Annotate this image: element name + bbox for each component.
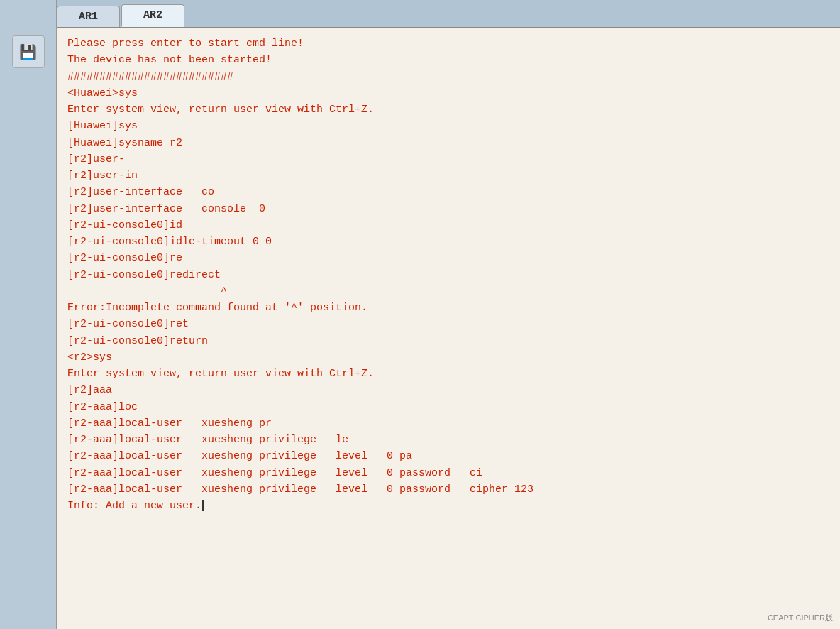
terminal-cursor: [202, 500, 204, 511]
terminal-area[interactable]: Please press enter to start cmd line!The…: [57, 28, 840, 629]
terminal-line-15: ^: [67, 283, 829, 300]
terminal-line-2: ##########################: [67, 69, 829, 85]
terminal-line-10: [r2]user-interface console 0: [67, 201, 829, 217]
terminal-line-28: [r2-aaa]local-user xuesheng privilege le…: [67, 481, 829, 498]
terminal-line-7: [r2]user-: [67, 151, 829, 168]
sidebar: 💾: [0, 0, 57, 629]
terminal-line-25: [r2-aaa]local-user xuesheng privilege le: [67, 432, 829, 448]
terminal-line-0: Please press enter to start cmd line!: [67, 35, 829, 52]
terminal-line-13: [r2-ui-console0]re: [67, 250, 829, 266]
terminal-line-29: Info: Add a new user.: [67, 498, 829, 514]
terminal-line-9: [r2]user-interface co: [67, 184, 829, 200]
terminal-line-23: [r2-aaa]loc: [67, 399, 829, 415]
tab-ar1[interactable]: AR1: [57, 6, 120, 27]
terminal-line-1: The device has not been started!: [67, 52, 829, 68]
terminal-line-17: Error:Incomplete command found at '^' po…: [67, 300, 829, 316]
terminal-line-5: [Huawei]sys: [67, 118, 829, 134]
watermark: CEAPT CIPHER版: [768, 613, 833, 623]
terminal-line-3: <Huawei>sys: [67, 85, 829, 102]
save-icon[interactable]: 💾: [12, 35, 45, 68]
terminal-line-21: Enter system view, return user view with…: [67, 366, 829, 382]
terminal-content: Please press enter to start cmd line!The…: [67, 35, 829, 514]
terminal-line-24: [r2-aaa]local-user xuesheng pr: [67, 415, 829, 432]
terminal-line-11: [r2-ui-console0]id: [67, 217, 829, 234]
tab-bar: AR1AR2: [0, 0, 840, 28]
tab-ar2[interactable]: AR2: [121, 4, 184, 27]
terminal-line-26: [r2-aaa]local-user xuesheng privilege le…: [67, 448, 829, 464]
terminal-line-19: [r2-ui-console0]return: [67, 333, 829, 349]
terminal-line-18: [r2-ui-console0]ret: [67, 316, 829, 332]
terminal-line-20: <r2>sys: [67, 349, 829, 366]
terminal-line-6: [Huawei]sysname r2: [67, 135, 829, 151]
terminal-line-14: [r2-ui-console0]redirect: [67, 267, 829, 283]
terminal-line-22: [r2]aaa: [67, 382, 829, 398]
terminal-line-4: Enter system view, return user view with…: [67, 102, 829, 118]
terminal-line-27: [r2-aaa]local-user xuesheng privilege le…: [67, 465, 829, 481]
terminal-line-8: [r2]user-in: [67, 168, 829, 184]
terminal-line-12: [r2-ui-console0]idle-timeout 0 0: [67, 234, 829, 250]
